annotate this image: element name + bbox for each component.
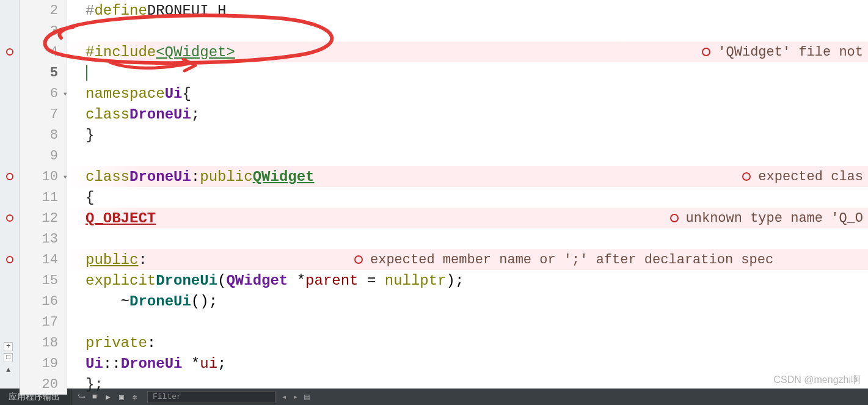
code-line[interactable]: 18private: (20, 332, 868, 353)
code-content[interactable]: explicit DroneUi(QWidget *parent = nullp… (67, 270, 868, 291)
line-number[interactable]: 7 (20, 104, 67, 125)
code-line[interactable]: 9 (20, 145, 868, 166)
code-line[interactable]: 8} (20, 125, 868, 145)
code-content[interactable] (67, 21, 868, 42)
code-line[interactable]: 4#include <QWidget>'QWidget' file not (20, 42, 868, 62)
code-line[interactable]: 2#define DRONEUI_H (20, 0, 868, 21)
rail-up-button[interactable]: ▲ (4, 367, 13, 376)
line-number[interactable]: 3 (20, 21, 67, 42)
line-number[interactable]: 18 (20, 332, 67, 353)
line-number[interactable]: 13 (20, 228, 67, 249)
watermark-text: CSDN @mengzhi啊 (774, 374, 861, 387)
code-content[interactable]: #include <QWidget>'QWidget' file not (67, 42, 868, 62)
rail-add-button[interactable]: + (4, 342, 13, 351)
code-line[interactable]: 15 explicit DroneUi(QWidget *parent = nu… (20, 270, 868, 291)
code-content[interactable]: class DroneUi; (67, 104, 868, 125)
code-line[interactable]: 14public:expected member name or ';' aft… (20, 249, 868, 270)
line-number[interactable]: 14 (20, 249, 67, 270)
code-content[interactable]: namespace Ui { (67, 83, 868, 104)
line-number[interactable]: 4 (20, 42, 67, 62)
line-number[interactable]: 9 (20, 145, 67, 166)
code-content[interactable]: }; (67, 374, 868, 395)
code-content[interactable]: public:expected member name or ';' after… (67, 249, 868, 270)
code-content[interactable]: { (67, 187, 868, 208)
line-number[interactable]: 11 (20, 187, 67, 208)
line-number[interactable]: 2 (20, 0, 67, 21)
code-content[interactable]: #define DRONEUI_H (67, 0, 868, 21)
rail-open-button[interactable]: □ (4, 353, 13, 362)
code-line[interactable]: 6▾namespace Ui { (20, 83, 868, 104)
line-number[interactable]: 16 (20, 291, 67, 312)
code-line[interactable]: 12 Q_OBJECTunknown type name 'Q_O (20, 208, 868, 228)
line-number[interactable]: 19 (20, 353, 67, 374)
breakpoint-marker-icon[interactable] (6, 214, 13, 222)
inline-error-message[interactable]: 'QWidget' file not (702, 42, 868, 62)
code-line[interactable]: 16 ~DroneUi(); (20, 291, 868, 312)
inline-error-message[interactable]: unknown type name 'Q_O (670, 208, 868, 228)
code-line[interactable]: 19 Ui::DroneUi *ui; (20, 353, 868, 374)
breakpoint-marker-icon[interactable] (6, 256, 13, 263)
code-line[interactable]: 5 (20, 62, 868, 83)
line-number[interactable]: 15 (20, 270, 67, 291)
line-number[interactable]: 17 (20, 312, 67, 332)
line-number[interactable]: 6▾ (20, 83, 67, 104)
code-line[interactable]: 20}; (20, 374, 868, 395)
code-line[interactable]: 10▾class DroneUi : public QWidgetexpecte… (20, 166, 868, 187)
code-content[interactable] (67, 228, 868, 249)
line-number[interactable]: 5 (20, 62, 67, 83)
code-line[interactable]: 7class DroneUi; (20, 104, 868, 125)
breakpoint-marker-icon[interactable] (6, 173, 13, 180)
code-content[interactable]: ~DroneUi(); (67, 291, 868, 312)
inline-error-message[interactable]: expected member name or ';' after declar… (354, 249, 868, 270)
code-editor[interactable]: + □ ▲ 2#define DRONEUI_H34#include <QWid… (0, 0, 868, 389)
code-line[interactable]: 17 (20, 312, 868, 332)
code-content[interactable] (67, 312, 868, 332)
line-number[interactable]: 10▾ (20, 166, 67, 187)
code-line[interactable]: 11{ (20, 187, 868, 208)
line-number[interactable]: 12 (20, 208, 67, 228)
code-content[interactable] (67, 62, 868, 83)
code-content[interactable]: Ui::DroneUi *ui; (67, 353, 868, 374)
code-content[interactable] (67, 145, 868, 166)
code-content[interactable]: Q_OBJECTunknown type name 'Q_O (67, 208, 868, 228)
left-rail: + □ ▲ (0, 0, 20, 389)
line-number[interactable]: 8 (20, 125, 67, 145)
code-content[interactable]: class DroneUi : public QWidgetexpected c… (67, 166, 868, 187)
line-number[interactable]: 20 (20, 374, 67, 395)
code-content[interactable]: private: (67, 332, 868, 353)
inline-error-message[interactable]: expected clas (742, 166, 868, 187)
code-line[interactable]: 13 (20, 228, 868, 249)
code-area[interactable]: 2#define DRONEUI_H34#include <QWidget>'Q… (20, 0, 868, 389)
breakpoint-marker-icon[interactable] (6, 48, 13, 56)
code-line[interactable]: 3 (20, 21, 868, 42)
code-content[interactable]: } (67, 125, 868, 145)
